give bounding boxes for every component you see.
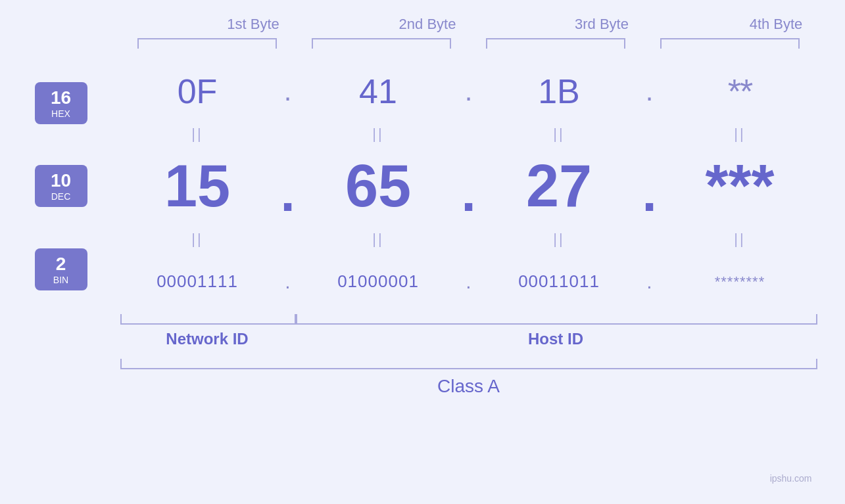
separator-hex-dec: || || || || xyxy=(120,121,817,147)
bottom-labels: Network ID Host ID xyxy=(120,330,817,348)
host-id-label: Host ID xyxy=(295,330,817,348)
sep-6: || xyxy=(301,231,456,248)
bottom-section: Network ID Host ID xyxy=(28,314,817,348)
byte-header-1: 1st Byte xyxy=(166,16,341,33)
dec-byte-4: *** xyxy=(663,152,817,220)
bin-dot-3: . xyxy=(637,271,663,293)
watermark: ipshu.com xyxy=(770,473,812,484)
class-label: Class A xyxy=(120,376,817,397)
sep-4: || xyxy=(663,126,817,143)
hex-byte-3: 1B xyxy=(482,72,637,111)
byte-header-2: 2nd Byte xyxy=(341,16,515,33)
hex-byte-2: 41 xyxy=(301,72,456,111)
base-labels: 16 HEX 10 DEC 2 BIN xyxy=(28,62,120,311)
bin-byte-3: 00011011 xyxy=(482,271,637,292)
dec-row: 15 . 65 . 27 . *** xyxy=(120,147,817,226)
sep-1: || xyxy=(120,126,275,143)
dec-badge: 10 DEC xyxy=(35,165,87,207)
bin-byte-2: 01000001 xyxy=(301,271,456,292)
class-bracket xyxy=(120,359,817,369)
sep-8: || xyxy=(663,231,817,248)
bin-byte-4: ******** xyxy=(663,273,817,290)
hex-row: 0F . 41 . 1B . ** xyxy=(120,62,817,121)
sep-2: || xyxy=(301,126,456,143)
sep-5: || xyxy=(120,231,275,248)
hex-dot-2: . xyxy=(456,76,482,107)
byte-header-4: 4th Byte xyxy=(689,16,846,33)
rows-area: 16 HEX 10 DEC 2 BIN 0F . 41 xyxy=(28,62,817,311)
dec-dot-2: . xyxy=(456,163,482,223)
sep-7: || xyxy=(482,231,637,248)
data-grid: 0F . 41 . 1B . ** || || xyxy=(120,62,817,311)
hex-dot-3: . xyxy=(637,76,663,107)
dec-byte-2: 65 xyxy=(301,152,456,220)
top-bracket-3 xyxy=(469,38,643,49)
dec-byte-3: 27 xyxy=(482,152,637,220)
net-id-bracket xyxy=(120,314,296,325)
separator-dec-bin: || || || || xyxy=(120,226,817,252)
bin-row: 00001111 . 01000001 . 00011011 . *******… xyxy=(120,252,817,311)
dec-byte-1: 15 xyxy=(120,152,275,220)
top-bracket-2 xyxy=(295,38,469,49)
bin-badge: 2 BIN xyxy=(35,248,87,290)
top-bracket-4 xyxy=(643,38,817,49)
bin-dot-2: . xyxy=(456,271,482,293)
byte-header-3: 3rd Byte xyxy=(515,16,689,33)
dec-dot-3: . xyxy=(637,163,663,223)
main-container: 1st Byte 2nd Byte 3rd Byte 4th Byte 16 H… xyxy=(28,16,817,489)
sep-3: || xyxy=(482,126,637,143)
network-id-label: Network ID xyxy=(120,330,295,348)
hex-badge: 16 HEX xyxy=(35,82,87,124)
class-section: Class A xyxy=(28,359,817,397)
bin-dot-1: . xyxy=(275,271,301,293)
top-brackets xyxy=(28,38,817,49)
top-bracket-1 xyxy=(120,38,295,49)
byte-headers: 1st Byte 2nd Byte 3rd Byte 4th Byte xyxy=(74,16,846,33)
hex-byte-1: 0F xyxy=(120,72,275,111)
bin-byte-1: 00001111 xyxy=(120,271,275,292)
hex-byte-4: ** xyxy=(663,72,817,111)
dec-dot-1: . xyxy=(275,163,301,223)
hex-dot-1: . xyxy=(275,76,301,107)
host-id-bracket xyxy=(296,314,817,325)
bottom-brackets xyxy=(120,314,817,325)
